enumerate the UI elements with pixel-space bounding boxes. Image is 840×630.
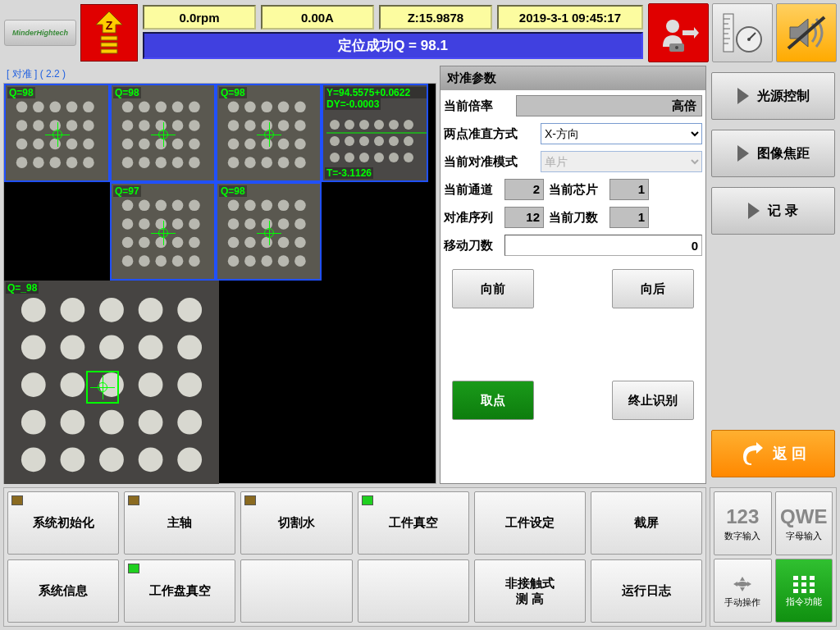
svg-point-121 [374, 120, 384, 130]
cutting-water-button[interactable]: 切割水 [240, 491, 352, 555]
svg-point-116 [278, 255, 290, 267]
svg-point-161 [177, 447, 202, 472]
svg-rect-1 [101, 36, 117, 40]
focus-button[interactable]: 图像焦距 [711, 130, 835, 177]
svg-point-73 [228, 157, 240, 168]
svg-point-80 [155, 200, 167, 212]
spindle-button[interactable]: 主轴 [124, 491, 235, 555]
svg-point-22 [83, 102, 94, 113]
vision-area[interactable]: Q=98 Q=98 Q=98 Q=97 Q=98 [3, 83, 436, 484]
alpha-icon: QWE [780, 505, 827, 528]
user-logout-button[interactable] [648, 3, 709, 62]
svg-rect-168 [810, 582, 815, 587]
svg-point-157 [21, 447, 46, 472]
sys-init-button[interactable]: 系统初始化 [7, 491, 119, 555]
svg-point-37 [83, 157, 94, 168]
footer-grid: 系统初始化 主轴 切割水 工件真空 工件设定 截屏 系统信息 工作盘真空 非接触… [3, 487, 706, 627]
pick-point-button[interactable]: 取点 [452, 381, 534, 420]
svg-point-42 [189, 102, 200, 113]
svg-point-154 [99, 410, 124, 435]
svg-rect-7 [724, 14, 733, 52]
sys-info-button[interactable]: 系统信息 [7, 559, 119, 623]
joystick-icon [730, 573, 755, 595]
work-setting-button[interactable]: 工件设定 [474, 491, 586, 555]
svg-point-113 [228, 255, 240, 267]
status-banner: 定位成功Q = 98.1 [143, 32, 643, 59]
measure-button[interactable] [712, 3, 773, 62]
svg-point-88 [122, 237, 134, 249]
mute-button[interactable] [776, 3, 837, 62]
svg-rect-169 [793, 589, 798, 593]
svg-point-107 [294, 218, 306, 230]
svg-point-38 [122, 102, 134, 113]
numeric-input-button[interactable]: 123数字输入 [714, 491, 772, 555]
svg-point-148 [61, 372, 85, 397]
z-display: Z:15.9878 [379, 5, 492, 30]
command-button[interactable]: 指令功能 [775, 559, 833, 623]
svg-point-104 [244, 218, 256, 230]
svg-point-23 [16, 120, 28, 131]
svg-point-83 [122, 218, 134, 230]
stop-recognition-button[interactable]: 终止识别 [612, 381, 694, 420]
table-vacuum-button[interactable]: 工作盘真空 [124, 559, 235, 623]
svg-point-122 [389, 120, 399, 130]
svg-point-150 [139, 372, 163, 397]
svg-point-96 [172, 255, 184, 267]
backward-button[interactable]: 向后 [612, 269, 694, 308]
run-log-button[interactable]: 运行日志 [591, 559, 702, 623]
svg-point-141 [177, 298, 202, 322]
svg-point-131 [345, 153, 354, 162]
svg-rect-3 [101, 49, 117, 53]
alpha-input-button[interactable]: QWE字母输入 [775, 491, 833, 555]
svg-rect-166 [793, 582, 798, 587]
chip-value: 1 [609, 179, 649, 200]
move-count-input[interactable] [504, 235, 702, 256]
svg-point-159 [99, 447, 124, 472]
svg-point-41 [172, 102, 184, 113]
empty-button[interactable] [358, 559, 469, 623]
params-panel: 对准参数 当前倍率高倍 两点准直方式X-方向 当前对准模式单片 当前通道2当前芯… [440, 66, 706, 484]
z-home-button[interactable]: Z [80, 4, 138, 62]
noncontact-measure-button[interactable]: 非接触式 测 高 [474, 559, 586, 623]
svg-point-79 [139, 200, 150, 212]
svg-rect-170 [801, 589, 806, 593]
svg-point-75 [261, 157, 272, 168]
empty-button[interactable] [240, 559, 352, 623]
svg-point-152 [21, 410, 46, 435]
svg-point-140 [139, 298, 163, 322]
keypad-icon [792, 574, 816, 594]
screenshot-button[interactable]: 截屏 [591, 491, 702, 555]
svg-point-32 [83, 139, 94, 150]
svg-point-124 [330, 136, 340, 146]
svg-point-126 [359, 136, 369, 146]
svg-point-67 [294, 120, 306, 131]
svg-point-24 [33, 120, 44, 131]
svg-point-127 [374, 136, 384, 146]
svg-point-82 [189, 200, 200, 212]
svg-point-158 [61, 447, 85, 472]
svg-point-87 [189, 218, 200, 230]
svg-point-47 [189, 120, 200, 131]
svg-point-101 [278, 200, 290, 212]
play-icon [737, 145, 749, 162]
return-button[interactable]: 返 回 [711, 430, 835, 477]
svg-rect-171 [810, 589, 815, 593]
svg-point-74 [244, 157, 256, 168]
svg-point-99 [244, 200, 256, 212]
svg-point-49 [139, 139, 150, 150]
magnification-value: 高倍 [516, 95, 702, 116]
channel-value: 2 [504, 179, 544, 200]
light-control-button[interactable]: 光源控制 [711, 72, 835, 120]
manual-button[interactable]: 手动操作 [714, 559, 772, 623]
work-vacuum-button[interactable]: 工件真空 [358, 491, 469, 555]
svg-point-55 [155, 157, 167, 168]
direction-select[interactable]: X-方向 [541, 123, 702, 144]
svg-point-151 [177, 372, 202, 397]
record-button[interactable]: 记 录 [711, 187, 835, 235]
svg-point-58 [228, 102, 240, 113]
rpm-display: 0.0rpm [143, 5, 256, 30]
forward-button[interactable]: 向前 [452, 269, 534, 308]
svg-point-44 [139, 120, 150, 131]
svg-point-77 [294, 157, 306, 168]
svg-point-128 [389, 136, 399, 146]
